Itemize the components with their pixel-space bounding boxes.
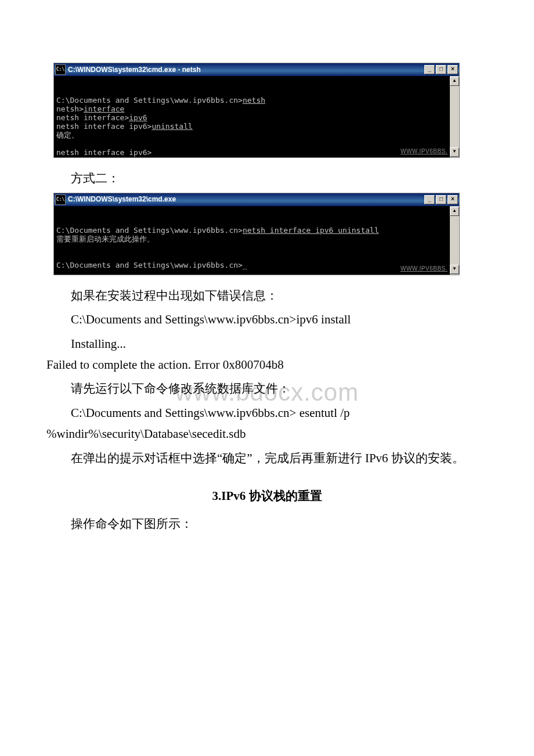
command: netsh (243, 96, 265, 105)
error-line-3: Failed to complete the action. Error 0x8… (46, 355, 488, 376)
terminal-output: C:\Documents and Settings\www.ipv6bbs.cn… (54, 76, 450, 157)
command: ipv6 (129, 113, 147, 122)
scroll-down-button[interactable]: ▼ (450, 265, 459, 274)
output-line: 需要重新启动来完成此操作。 (56, 235, 154, 243)
method-two-label: 方式二： (46, 168, 488, 189)
document-page: www.bdocx.com C:\ C:\WINDOWS\system32\cm… (0, 0, 534, 756)
maximize-button[interactable]: □ (436, 65, 446, 74)
output-line: 确定。 (56, 131, 79, 139)
terminal-output: C:\Documents and Settings\www.ipv6bbs.cn… (54, 206, 450, 275)
maximize-button[interactable]: □ (436, 195, 446, 204)
prompt: netsh interface ipv6> (56, 122, 151, 131)
prompt: netsh interface ipv6> (56, 148, 151, 157)
command: uninstall (151, 122, 192, 131)
minimize-button[interactable]: _ (424, 65, 435, 74)
prompt: netsh interface> (56, 113, 129, 122)
prompt: C:\Documents and Settings\www.ipv6bbs.cn… (56, 226, 243, 235)
scroll-up-button[interactable]: ▲ (450, 77, 459, 86)
fix-cmd-line-2: %windir%\security\Database\secedit.sdb (46, 424, 488, 445)
scrollbar[interactable]: ▲ ▼ (450, 76, 459, 157)
blank-line (56, 217, 61, 226)
fix-intro: 请先运行以下命令修改系统数据库文件： (46, 379, 488, 399)
cmd-icon: C:\ (55, 64, 66, 75)
minimize-button[interactable]: _ (424, 195, 435, 204)
blank-line (56, 87, 61, 96)
window-controls: _ □ × (424, 65, 458, 74)
confirm-instruction: 在弹出的提示对话框中选择“确定”，完成后再重新进行 IPv6 协议的安装。 (46, 448, 488, 469)
command: netsh interface ipv6 uninstall (243, 226, 379, 235)
scroll-down-button[interactable]: ▼ (450, 147, 459, 157)
window-title: C:\WINDOWS\system32\cmd.exe - netsh (68, 64, 424, 75)
scrollbar[interactable]: ▲ ▼ (450, 206, 459, 275)
titlebar: C:\ C:\WINDOWS\system32\cmd.exe _ □ × (54, 193, 459, 206)
prompt: netsh> (56, 105, 84, 113)
cmd-icon: C:\ (55, 195, 66, 205)
close-button[interactable]: × (448, 195, 458, 204)
window-title: C:\WINDOWS\system32\cmd.exe (68, 193, 424, 205)
scroll-up-button[interactable]: ▲ (450, 207, 459, 216)
section-heading-3: 3.IPv6 协议栈的重置 (46, 486, 488, 507)
window-controls: _ □ × (424, 195, 458, 204)
error-line-1: C:\Documents and Settings\www.ipv6bbs.cn… (46, 309, 488, 330)
command: interface (84, 105, 124, 113)
terminal-window-1: C:\ C:\WINDOWS\system32\cmd.exe - netsh … (53, 63, 460, 158)
ops-intro: 操作命令如下图所示： (46, 514, 488, 535)
prompt: C:\Documents and Settings\www.ipv6bbs.cn… (56, 261, 247, 269)
close-button[interactable]: × (448, 65, 458, 74)
prompt: C:\Documents and Settings\www.ipv6bbs.cn… (56, 96, 243, 105)
terminal-window-2: C:\ C:\WINDOWS\system32\cmd.exe _ □ × C:… (53, 193, 460, 275)
error-intro: 如果在安装过程中出现如下错误信息： (46, 286, 488, 307)
titlebar: C:\ C:\WINDOWS\system32\cmd.exe - netsh … (54, 63, 459, 76)
error-line-2: Installing... (46, 334, 488, 355)
fix-cmd-line-1: C:\Documents and Settings\www.ipv6bbs.cn… (46, 403, 488, 424)
